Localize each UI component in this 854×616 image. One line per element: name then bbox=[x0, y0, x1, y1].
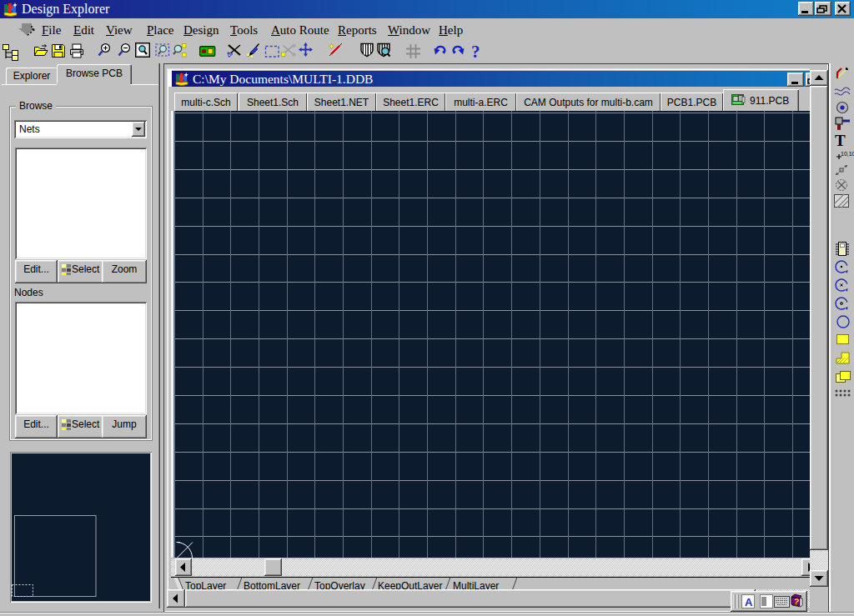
svg-text:A: A bbox=[745, 596, 753, 608]
svg-text:10,10: 10,10 bbox=[841, 151, 854, 157]
svg-text:T: T bbox=[835, 132, 846, 149]
svg-text:?: ? bbox=[471, 42, 480, 62]
